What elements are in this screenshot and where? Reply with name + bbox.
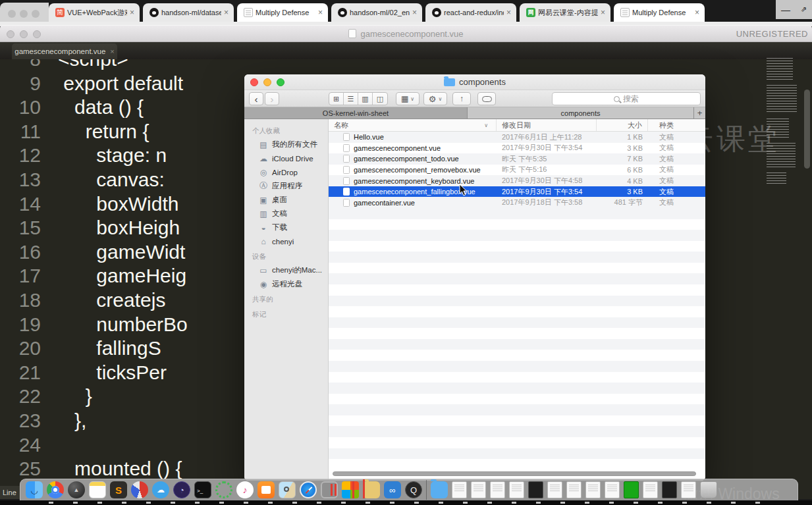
dock-icon-launchpad[interactable] [68, 481, 85, 498]
dock-icon-terminal[interactable] [194, 481, 211, 498]
file-row[interactable]: gamescenecomponent_removebox.vue 昨天 下午5:… [329, 165, 705, 176]
sidebar-item[interactable]: ◒ 下载 [244, 221, 328, 234]
browser-tab[interactable]: 网 网易云课堂-内容提供方 × [520, 3, 610, 22]
file-row[interactable]: gamecontainer.vue 2017年9月18日 下午3:58 481 … [329, 197, 705, 208]
finder-close-button[interactable] [250, 78, 258, 86]
new-tab-button[interactable]: + [694, 107, 705, 119]
browser-tab[interactable]: Multiply Defense × [237, 3, 328, 22]
browser-minimize-button[interactable] [20, 10, 28, 18]
sidebar-item[interactable]: ◉ 远程光盘 [244, 277, 328, 291]
column-header-name[interactable]: 名称 ∨ [329, 119, 497, 131]
browser-tab[interactable]: 简 VUE+WebPack游戏设计 × [49, 3, 140, 22]
browser-zoom-button[interactable] [32, 10, 40, 18]
dock-minimized-window[interactable] [624, 481, 639, 498]
sidebar-item[interactable]: ▣ 桌面 [244, 193, 328, 207]
dock-icon-remote-desktop[interactable] [321, 481, 338, 498]
browser-tab[interactable]: react-and-redux/index × [425, 3, 516, 22]
tab-close-icon[interactable]: × [130, 8, 134, 17]
dock-minimized-window[interactable] [662, 481, 677, 498]
dock-icon-ibooks[interactable] [257, 481, 275, 498]
editor-tab[interactable]: gamescenecomponent.vue × [12, 43, 117, 59]
tab-close-icon[interactable]: × [695, 8, 699, 17]
arrange-button[interactable]: ▦ ∨ [396, 92, 420, 105]
dock-minimized-window[interactable] [452, 481, 467, 498]
browser-tab[interactable]: handson-ml/datasets/h × [143, 3, 234, 22]
dock-minimized-window[interactable] [605, 481, 620, 498]
dock-icon-disk-utility[interactable] [131, 481, 148, 498]
sidebar-item[interactable]: ▥ 文稿 [244, 207, 328, 221]
dock-minimized-window[interactable] [528, 481, 543, 498]
sidebar-item[interactable]: ▭ chenyi的Mac... [244, 263, 328, 277]
view-mode-icon[interactable]: ▥ [358, 93, 373, 105]
dock-icon-green-ring-app[interactable] [215, 481, 232, 498]
editor-scrollbar[interactable] [804, 90, 810, 169]
sidebar-item[interactable]: Ⓐ 应用程序 [244, 179, 328, 193]
dock-icon-preview[interactable] [279, 481, 296, 498]
sidebar-item[interactable]: ⌂ chenyi [244, 234, 328, 248]
dock-icon-downloads-folder[interactable] [431, 481, 448, 498]
vm-restore-icon[interactable]: ⇗ [801, 5, 807, 14]
dock-minimized-window[interactable] [509, 481, 524, 498]
file-row[interactable]: Hello.vue 2017年6月1日 上午11:28 1 KB 文稿 [329, 132, 705, 143]
dock-minimized-window[interactable] [490, 481, 505, 498]
dock-icon-eclipse[interactable] [173, 481, 190, 498]
dock-icon-quicktime[interactable] [405, 481, 422, 498]
finder-minimize-button[interactable] [263, 78, 271, 86]
dock-minimized-window[interactable] [471, 481, 486, 498]
view-mode-icon[interactable]: ☰ [344, 93, 358, 105]
tab-close-icon[interactable]: × [318, 8, 323, 17]
column-header-kind[interactable]: 种类 [648, 119, 705, 131]
dock-icon-sublime-text[interactable] [110, 481, 127, 498]
file-row[interactable]: gamescenecomponent_fallingbox.vue 2017年9… [329, 186, 705, 198]
editor-minimap[interactable] [767, 58, 798, 183]
tab-close-icon[interactable]: × [224, 8, 229, 17]
file-row[interactable]: gamescenecomponent_keyboard.vue 2017年9月3… [329, 175, 705, 186]
dock-icon-chrome[interactable] [47, 481, 64, 498]
forward-button[interactable]: › [265, 92, 279, 105]
share-button[interactable]: ↑ [452, 92, 471, 105]
browser-close-button[interactable] [8, 10, 16, 18]
horizontal-scrollbar[interactable] [333, 471, 696, 476]
dock-minimized-window[interactable] [566, 481, 582, 498]
column-header-size[interactable]: 大小 [597, 119, 648, 131]
back-button[interactable]: ‹ [249, 92, 263, 105]
finder-tab[interactable]: components [468, 107, 694, 119]
vm-minimize-icon[interactable]: — [781, 5, 790, 15]
view-mode-icon[interactable]: ◫ [373, 93, 387, 105]
dock-icon-shared-folder[interactable] [363, 481, 380, 498]
dock-separator[interactable] [426, 480, 427, 500]
file-row[interactable]: gamescenecomponent.vue 2017年9月30日 下午3:54… [329, 143, 705, 154]
dock-icon-cloud-app[interactable] [152, 481, 169, 498]
dock-icon-finder[interactable] [26, 481, 43, 498]
browser-tab[interactable]: Multiply Defense × [614, 3, 705, 22]
dock-icon-notes[interactable] [89, 481, 106, 498]
dock-icon-windows-app[interactable] [342, 481, 359, 498]
column-header-date[interactable]: 修改日期 [497, 119, 597, 131]
tab-close-icon[interactable]: × [506, 8, 511, 17]
tag-button[interactable] [477, 92, 496, 105]
view-mode-icon[interactable]: ⊞ [329, 93, 344, 105]
dock-icon-trash[interactable] [700, 481, 717, 498]
sidebar-item[interactable]: ◎ AirDrop [244, 165, 328, 179]
sidebar-header-tags[interactable]: 标记 [244, 306, 328, 321]
dock-icon-itunes[interactable] [236, 481, 254, 498]
dock-icon-safari[interactable] [300, 481, 317, 498]
finder-titlebar[interactable]: components [244, 74, 705, 90]
browser-tab[interactable]: handson-ml/02_end_to × [331, 3, 422, 22]
tab-close-icon[interactable]: × [601, 8, 605, 17]
dock-minimized-window[interactable] [681, 481, 696, 498]
file-row[interactable]: gamescenecomponent_todo.vue 昨天 下午5:35 7 … [329, 153, 705, 165]
finder-tab[interactable]: OS-kernel-win-sheet [244, 107, 468, 119]
tab-close-icon[interactable]: × [412, 8, 417, 17]
action-gear-button[interactable]: ⚙ ∨ [423, 92, 447, 105]
dock-minimized-window[interactable] [643, 481, 658, 498]
editor-tab-close-icon[interactable]: × [110, 47, 114, 55]
dock-minimized-window[interactable] [585, 481, 601, 498]
dock-minimized-window[interactable] [547, 481, 562, 498]
sidebar-item[interactable]: ▤ 我的所有文件 [244, 138, 328, 151]
dock-icon-utorrent[interactable] [384, 481, 401, 498]
sidebar-header-shared[interactable]: 共享的 [244, 291, 328, 306]
search-input[interactable]: 搜索 [552, 92, 701, 105]
sidebar-item[interactable]: ☁ iCloud Drive [244, 151, 328, 165]
finder-zoom-button[interactable] [277, 78, 284, 86]
